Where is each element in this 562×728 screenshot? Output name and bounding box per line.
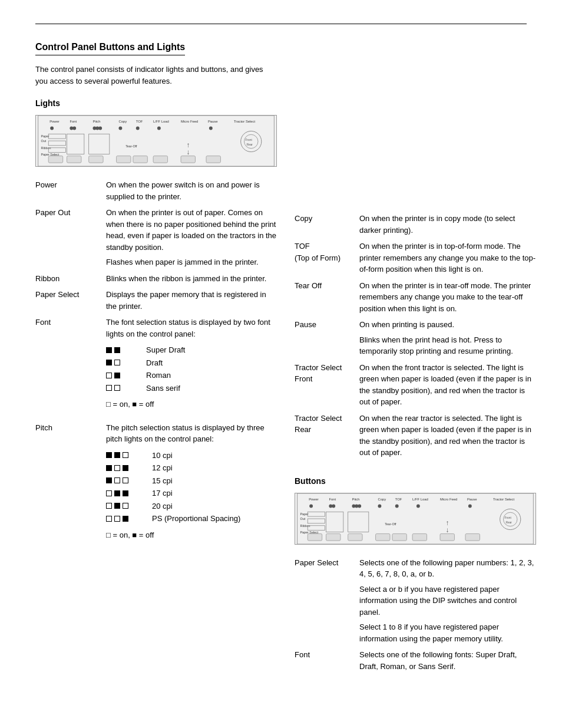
- svg-text:Micro Feed: Micro Feed: [181, 120, 198, 123]
- svg-rect-80: [465, 533, 480, 541]
- tof-desc: On when the printer is in top-of-form mo…: [359, 241, 536, 275]
- power-desc: On when the power switch is on and power…: [106, 179, 277, 202]
- box-empty: [123, 452, 128, 458]
- box-filled: [123, 465, 128, 471]
- tractor-front-desc: On when the front tractor is selected. T…: [359, 362, 536, 408]
- svg-point-62: [416, 504, 420, 508]
- box-filled: [114, 373, 120, 378]
- copy-desc: On when the printer is in copy mode (to …: [359, 213, 536, 236]
- font-row-sans: Sans serif: [106, 383, 277, 394]
- box-filled: [106, 465, 112, 471]
- svg-text:↑: ↑: [446, 518, 449, 526]
- intro-text: The control panel consists of indicator …: [35, 64, 277, 87]
- right-lights-definitions: Copy On when the printer is in copy mode…: [295, 213, 536, 459]
- box-filled: [123, 490, 128, 496]
- buttons-title: Buttons: [295, 476, 536, 486]
- paper-select-term: Paper Select: [35, 289, 106, 312]
- pitch-row-15: 15 cpi: [106, 475, 277, 487]
- tof-term: TOF(Top of Form): [295, 241, 359, 275]
- svg-text:Rear: Rear: [505, 521, 512, 523]
- font-boxes-draft: [106, 360, 141, 365]
- tearoff-term: Tear Off: [295, 280, 359, 315]
- box-filled: [123, 516, 128, 522]
- lights-title: Lights: [35, 98, 277, 108]
- font-label-roman: Roman: [146, 370, 171, 381]
- svg-point-12: [72, 127, 76, 130]
- lights-definitions: Power On when the power switch is on and…: [35, 179, 277, 548]
- copy-entry: Copy On when the printer is in copy mode…: [295, 213, 536, 236]
- font-label-draft: Draft: [146, 357, 163, 369]
- svg-text:Pause: Pause: [467, 497, 477, 500]
- power-term: Power: [35, 179, 106, 202]
- svg-rect-32: [117, 156, 131, 163]
- box-empty: [106, 490, 112, 496]
- tearoff-desc: On when the printer is in tear-off mode.…: [359, 280, 536, 315]
- svg-point-10: [50, 127, 54, 130]
- svg-point-60: [378, 504, 381, 508]
- svg-rect-78: [412, 533, 427, 541]
- pitch-label-15: 15 cpi: [152, 475, 173, 487]
- svg-text:Copy: Copy: [378, 497, 386, 500]
- pitch-icon-table: 10 cpi 12 cpi: [106, 450, 277, 525]
- svg-point-54: [309, 504, 313, 508]
- svg-rect-74: [326, 533, 340, 541]
- tractor-rear-desc: On when the rear tractor is selected. Th…: [359, 413, 536, 459]
- box-empty: [106, 385, 112, 391]
- box-empty: [114, 477, 120, 483]
- paper-out-term: Paper Out: [35, 207, 106, 268]
- svg-rect-29: [48, 156, 62, 163]
- svg-point-16: [118, 127, 122, 130]
- ribbon-desc: Blinks when the ribbon is jammed in the …: [106, 273, 277, 285]
- box-empty: [123, 503, 128, 509]
- svg-text:Out: Out: [41, 139, 47, 143]
- lights-panel-diagram: Power Font Pitch Copy TOF L/FF Load Micr…: [35, 115, 277, 167]
- tractor-rear-term: Tractor SelectRear: [295, 413, 359, 459]
- pitch-boxes-ps: [106, 516, 147, 522]
- tractor-front-term: Tractor SelectFront: [295, 362, 359, 408]
- svg-text:Pitch: Pitch: [93, 120, 101, 123]
- svg-rect-30: [67, 156, 81, 163]
- svg-text:L/FF Load: L/FF Load: [153, 120, 169, 123]
- main-layout: Control Panel Buttons and Lights The con…: [35, 42, 527, 678]
- font-term: Font: [35, 317, 106, 417]
- pitch-row-ps: PS (Proportional Spacing): [106, 513, 277, 525]
- font-legend: □ = on, ■ = off: [106, 398, 277, 410]
- box-empty: [114, 360, 120, 365]
- pitch-term: Pitch: [35, 422, 106, 548]
- svg-point-61: [395, 504, 399, 508]
- svg-point-18: [157, 127, 161, 130]
- font-entry: Font The font selection status is displa…: [35, 317, 277, 417]
- pitch-row-12: 12 cpi: [106, 462, 277, 474]
- svg-text:Copy: Copy: [118, 120, 127, 123]
- power-entry: Power On when the power switch is on and…: [35, 179, 277, 202]
- buttons-panel-diagram: Power Font Pitch Copy TOF L/FF Load Micr…: [295, 493, 536, 545]
- svg-point-17: [136, 127, 140, 130]
- font-row-roman: Roman: [106, 370, 277, 381]
- main-title: Control Panel Buttons and Lights: [35, 42, 185, 55]
- font-row-superdraft: Super Draft: [106, 344, 277, 356]
- left-column: Control Panel Buttons and Lights The con…: [35, 42, 295, 678]
- btn-font-entry: Font Selects one of the following fonts:…: [295, 649, 536, 672]
- pitch-label-20: 20 cpi: [152, 500, 173, 512]
- paper-select-desc: Displays the paper memory that is regist…: [106, 289, 277, 312]
- font-icon-table: Super Draft Draft: [106, 344, 277, 394]
- svg-text:Pause: Pause: [208, 120, 218, 123]
- paper-select-entry: Paper Select Displays the paper memory t…: [35, 289, 277, 312]
- box-filled: [114, 347, 120, 353]
- svg-text:Font: Font: [329, 497, 336, 500]
- ribbon-term: Ribbon: [35, 273, 106, 285]
- svg-rect-35: [181, 156, 195, 163]
- svg-text:Front: Front: [245, 139, 252, 141]
- box-filled: [114, 490, 120, 496]
- pitch-row-10: 10 cpi: [106, 450, 277, 462]
- top-rule: [35, 24, 527, 24]
- svg-text:Tractor Select: Tractor Select: [234, 120, 256, 123]
- box-filled: [106, 347, 112, 353]
- font-boxes-roman: [106, 373, 141, 378]
- copy-term: Copy: [295, 213, 359, 236]
- buttons-section: Buttons Power Font Pitch Copy TOF L/FF L…: [295, 476, 536, 673]
- tearoff-entry: Tear Off On when the printer is in tear-…: [295, 280, 536, 315]
- font-label-sans: Sans serif: [146, 383, 180, 394]
- svg-rect-76: [376, 533, 390, 541]
- svg-text:Out: Out: [300, 516, 306, 520]
